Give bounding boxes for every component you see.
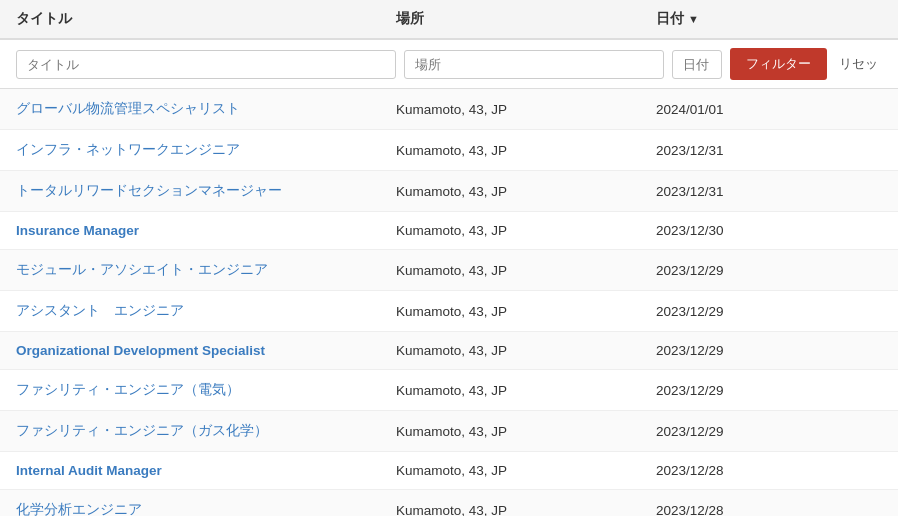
table-row: 化学分析エンジニアKumamoto, 43, JP2023/12/28 [0,490,898,516]
job-location: Kumamoto, 43, JP [396,463,656,478]
job-title-link[interactable]: トータルリワードセクションマネージャー [16,182,396,200]
job-location: Kumamoto, 43, JP [396,102,656,117]
table-row: Insurance ManagerKumamoto, 43, JP2023/12… [0,212,898,250]
table-header: タイトル 場所 日付▼ [0,0,898,40]
table-row: Internal Audit ManagerKumamoto, 43, JP20… [0,452,898,490]
filter-button[interactable]: フィルター [730,48,827,80]
job-location: Kumamoto, 43, JP [396,304,656,319]
job-title-link[interactable]: Insurance Manager [16,223,396,238]
job-title-link[interactable]: ファシリティ・エンジニア（ガス化学） [16,422,396,440]
reset-button[interactable]: リセッ [835,48,882,80]
filter-actions: フィルター リセッ [672,48,882,80]
job-listings-table: タイトル 場所 日付▼ フィルター リセッ グローバル物流管理スペシャリストKu… [0,0,898,516]
job-date: 2023/12/29 [656,383,882,398]
table-row: アシスタント エンジニアKumamoto, 43, JP2023/12/29 [0,291,898,332]
job-location: Kumamoto, 43, JP [396,424,656,439]
table-row: インフラ・ネットワークエンジニアKumamoto, 43, JP2023/12/… [0,130,898,171]
date-column-header[interactable]: 日付▼ [656,10,882,28]
title-column-header: タイトル [16,10,396,28]
job-location: Kumamoto, 43, JP [396,223,656,238]
job-date: 2023/12/30 [656,223,882,238]
job-location: Kumamoto, 43, JP [396,383,656,398]
job-date: 2023/12/31 [656,143,882,158]
job-date: 2023/12/29 [656,263,882,278]
table-row: Organizational Development SpecialistKum… [0,332,898,370]
date-filter-input[interactable] [672,50,722,79]
job-title-link[interactable]: Organizational Development Specialist [16,343,396,358]
location-filter-input[interactable] [404,50,664,79]
job-location: Kumamoto, 43, JP [396,343,656,358]
table-row: ファシリティ・エンジニア（電気）Kumamoto, 43, JP2023/12/… [0,370,898,411]
table-row: グローバル物流管理スペシャリストKumamoto, 43, JP2024/01/… [0,89,898,130]
job-location: Kumamoto, 43, JP [396,263,656,278]
job-title-link[interactable]: モジュール・アソシエイト・エンジニア [16,261,396,279]
job-title-link[interactable]: 化学分析エンジニア [16,501,396,516]
job-date: 2024/01/01 [656,102,882,117]
job-title-link[interactable]: ファシリティ・エンジニア（電気） [16,381,396,399]
job-date: 2023/12/29 [656,343,882,358]
job-date: 2023/12/29 [656,304,882,319]
data-rows-container: グローバル物流管理スペシャリストKumamoto, 43, JP2024/01/… [0,89,898,516]
job-date: 2023/12/29 [656,424,882,439]
table-row: モジュール・アソシエイト・エンジニアKumamoto, 43, JP2023/1… [0,250,898,291]
job-title-link[interactable]: アシスタント エンジニア [16,302,396,320]
job-title-link[interactable]: インフラ・ネットワークエンジニア [16,141,396,159]
job-location: Kumamoto, 43, JP [396,143,656,158]
sort-indicator: ▼ [688,13,699,25]
table-row: ファシリティ・エンジニア（ガス化学）Kumamoto, 43, JP2023/1… [0,411,898,452]
job-title-link[interactable]: Internal Audit Manager [16,463,396,478]
job-location: Kumamoto, 43, JP [396,184,656,199]
table-row: トータルリワードセクションマネージャーKumamoto, 43, JP2023/… [0,171,898,212]
job-location: Kumamoto, 43, JP [396,503,656,517]
job-date: 2023/12/28 [656,503,882,517]
title-filter-input[interactable] [16,50,396,79]
location-column-header: 場所 [396,10,656,28]
job-date: 2023/12/31 [656,184,882,199]
job-date: 2023/12/28 [656,463,882,478]
job-title-link[interactable]: グローバル物流管理スペシャリスト [16,100,396,118]
filter-row: フィルター リセッ [0,40,898,89]
